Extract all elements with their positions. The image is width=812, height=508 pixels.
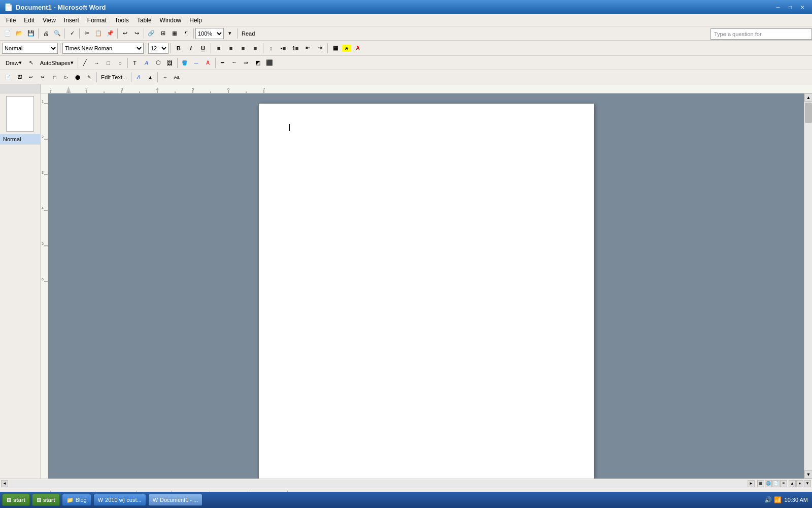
horizontal-scroll-track[interactable] [9,480,747,487]
print-button[interactable]: 🖨 [40,28,51,39]
view-print-button[interactable]: 📄 [772,480,780,487]
wt-btn9[interactable]: A [133,72,144,83]
wt-btn8[interactable]: ✎ [84,72,95,83]
fill-color-tool[interactable]: 🪣 [179,57,190,69]
document-page[interactable] [259,104,594,479]
wordart-tool[interactable]: A [141,57,152,69]
shadow-tool[interactable]: ◩ [252,57,263,69]
increase-indent-button[interactable]: ⇥ [314,43,325,54]
taskbar-document[interactable]: W Document1 - ... [148,494,203,506]
dash-style-tool[interactable]: ╌ [229,57,240,69]
scroll-down-button[interactable]: ▼ [804,470,812,479]
diagram-tool[interactable]: ⬡ [153,57,164,69]
line-spacing-button[interactable]: ↕ [265,43,277,54]
wt-btn2[interactable]: 🖼 [14,72,25,83]
wt-btn7[interactable]: ⬤ [72,72,83,83]
show-hide-button[interactable]: ¶ [181,28,192,39]
columns-button[interactable]: ▦ [169,28,180,39]
justify-button[interactable]: ≡ [250,43,261,54]
paste-button[interactable]: 📌 [105,28,116,39]
taskbar-word2010[interactable]: W 2010 w} cust... [93,494,146,506]
scroll-left-button[interactable]: ◄ [1,480,8,487]
zoom-select[interactable]: 100% 75% 150% [195,28,224,39]
menu-format[interactable]: Format [83,16,111,25]
table-button[interactable]: ⊞ [157,28,168,39]
menu-tools[interactable]: Tools [111,16,133,25]
menu-insert[interactable]: Insert [60,16,83,25]
align-right-button[interactable]: ≡ [238,43,249,54]
menu-table[interactable]: Table [133,16,156,25]
wt-btn1[interactable]: 📄 [2,72,13,83]
taskbar-blog[interactable]: 📁 Blog [62,494,91,506]
line-style-tool[interactable]: ━ [217,57,228,69]
bold-button[interactable]: B [173,43,184,54]
line-tool[interactable]: ╱ [80,57,91,69]
rect-tool[interactable]: □ [103,57,114,69]
view-web-button[interactable]: 🌐 [765,480,772,487]
scroll-right-button[interactable]: ► [748,480,755,487]
wt-btn11[interactable]: ↔ [159,72,171,83]
page-prev-button[interactable]: ▲ [789,480,796,487]
font-select[interactable]: Times New Roman Arial Calibri [62,43,144,54]
cut-button[interactable]: ✂ [81,28,92,39]
autoshapes-button[interactable]: AutoShapes ▾ [38,57,76,69]
new-button[interactable]: 📄 [2,28,13,39]
menu-help[interactable]: Help [185,16,206,25]
preview-button[interactable]: 🔍 [52,28,63,39]
font-color-button[interactable]: A [352,43,363,54]
spell-button[interactable]: ✓ [66,28,78,39]
arrow-style-tool[interactable]: ⇒ [241,57,252,69]
italic-button[interactable]: I [185,43,196,54]
vertical-scrollbar[interactable]: ▲ ▼ [804,93,812,479]
scroll-track[interactable] [804,124,812,470]
start-button-1[interactable]: ⊞ start [2,494,30,506]
scroll-thumb[interactable] [805,103,812,123]
page-thumbnail[interactable] [6,96,34,132]
redo-button[interactable]: ↪ [131,28,142,39]
scroll-up-button[interactable]: ▲ [804,93,812,102]
undo-button[interactable]: ↩ [119,28,130,39]
wt-btn6[interactable]: ▷ [60,72,72,83]
style-normal[interactable]: Normal [0,134,40,145]
wt-btn10[interactable]: ▲ [145,72,156,83]
open-button[interactable]: 📂 [14,28,25,39]
view-outline-button[interactable]: ≡ [780,480,787,487]
start-button-2[interactable]: ⊞ start [32,494,60,506]
copy-button[interactable]: 📋 [93,28,104,39]
help-search-box[interactable]: Type a question for [710,28,812,40]
menu-edit[interactable]: Edit [20,16,39,25]
menu-view[interactable]: View [39,16,60,25]
draw-label[interactable]: Draw ▾ [2,57,25,69]
hyperlink-button[interactable]: 🔗 [146,28,157,39]
textbox-tool[interactable]: T [129,57,141,69]
wt-btn12[interactable]: Aa [171,72,182,83]
page-select-button[interactable]: ● [796,480,803,487]
decrease-indent-button[interactable]: ⇤ [302,43,313,54]
maximize-button[interactable]: □ [785,3,796,12]
numbering-button[interactable]: 1≡ [290,43,301,54]
wt-edittxt[interactable]: Edit Text... [98,72,129,83]
style-select[interactable]: Normal Heading 1 Heading 2 [2,43,58,54]
save-button[interactable]: 💾 [25,28,37,39]
wt-btn5[interactable]: ◻ [49,72,60,83]
align-center-button[interactable]: ≡ [225,43,236,54]
minimize-button[interactable]: ─ [772,3,784,12]
font-size-select[interactable]: 12 10 14 16 [148,43,168,54]
font-color-tool2[interactable]: A [202,57,214,69]
menu-file[interactable]: File [2,16,20,25]
wt-btn4[interactable]: ↪ [37,72,48,83]
underline-button[interactable]: U [197,43,209,54]
highlight-button[interactable]: A [342,45,351,52]
draw-cursor[interactable]: ↖ [26,57,37,69]
page-next-button[interactable]: ▼ [804,480,811,487]
view-normal-button[interactable]: ▦ [757,480,764,487]
3d-tool[interactable]: ⬛ [264,57,275,69]
zoom-dropdown-button[interactable]: ▾ [224,28,235,39]
wt-btn3[interactable]: ↩ [25,72,37,83]
read-button[interactable]: Read [239,28,257,39]
close-button[interactable]: ✕ [797,3,808,12]
align-left-button[interactable]: ≡ [213,43,224,54]
border-button[interactable]: ▦ [330,43,341,54]
oval-tool[interactable]: ○ [115,57,126,69]
arrow-tool[interactable]: → [91,57,103,69]
